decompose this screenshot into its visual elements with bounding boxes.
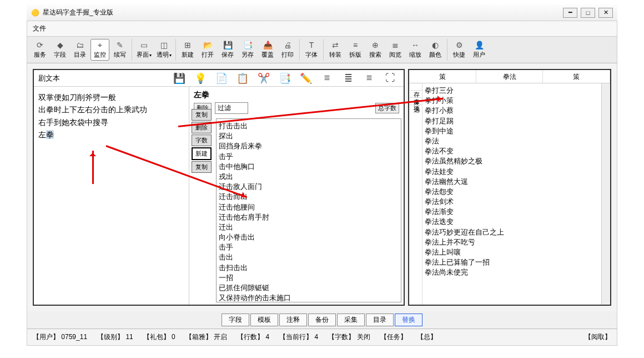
phrase-item[interactable]: 拳打三分 [425, 86, 599, 96]
phrase-item[interactable]: 拳法上已算输了一招 [425, 257, 599, 267]
phrase-item[interactable]: 拳法 [425, 136, 599, 146]
toolbar-覆盖[interactable]: 📥覆盖 [258, 39, 277, 61]
toolbar-另存[interactable]: 📑另存 [238, 39, 257, 61]
context-item[interactable]: 探出 [219, 131, 399, 141]
toolbar-快捷[interactable]: ⚙快捷 [450, 39, 469, 61]
bottom-tab-注释[interactable]: 注释 [279, 314, 307, 326]
text-editor[interactable]: 双掌便如刀削斧劈一般出拳时上下左右分击的上乘武功右手到她衣袋中搜寻左拳 [34, 87, 189, 305]
context-item[interactable]: 又保持动作的击未施口 [219, 293, 399, 302]
maximize-button[interactable]: □ [581, 8, 595, 18]
page-icon[interactable]: 📄 [213, 71, 230, 86]
close-button[interactable]: ✕ [598, 8, 613, 18]
toolbar-续写[interactable]: ✎续写 [110, 39, 129, 61]
copy-icon[interactable]: 📑 [276, 71, 294, 86]
toolbar-新建[interactable]: ⊞新建 [178, 39, 197, 61]
vtab-搜文库[interactable]: 搜文库 [409, 91, 422, 98]
phrase-item[interactable]: 拳法迭变 [425, 217, 599, 227]
context-item[interactable]: 回挡身后来拳 [219, 141, 399, 151]
ctx-side-删除[interactable]: 删除 [192, 122, 212, 133]
right-head-2[interactable]: 拳法 [476, 70, 544, 83]
align-center-icon[interactable]: ≣ [339, 71, 357, 86]
context-item[interactable]: 迁出 [219, 222, 399, 232]
context-item[interactable]: 向小脊击出 [219, 232, 399, 242]
phrase-item[interactable]: 拳到中途 [425, 126, 599, 136]
bulb-icon[interactable]: 💡 [192, 71, 209, 86]
toolbar-字体[interactable]: T字体 [302, 39, 321, 61]
context-item[interactable]: 击扫击出 [219, 263, 399, 273]
vtab-存[interactable]: 存 [409, 83, 422, 91]
phrase-item[interactable]: 拳法上叫嚷 [425, 247, 599, 257]
phrase-item[interactable]: 拳法剑术 [425, 197, 599, 207]
clipboard-icon[interactable]: 📋 [234, 71, 251, 86]
toolbar-搜索[interactable]: ⊕搜索 [366, 39, 385, 61]
phrase-item[interactable]: 拳法尚未使完 [425, 267, 599, 277]
ctx-side-复制[interactable]: 复制 [192, 161, 212, 173]
vtab-选项[interactable]: 选项 [409, 98, 422, 105]
context-item[interactable]: 击乎 [219, 152, 399, 162]
bottom-tab-采集[interactable]: 采集 [337, 314, 365, 326]
toolbar-转装[interactable]: ⇄转装 [326, 39, 345, 61]
toolbar-服务[interactable]: ⟳服务 [31, 39, 49, 61]
toolbar-监控[interactable]: ⌖监控 [90, 39, 109, 61]
phrase-item[interactable]: 拳打小蔡 [425, 106, 599, 116]
context-item[interactable]: 一招 [219, 273, 399, 283]
phrase-item[interactable]: 拳法巧妙更迢在自己之上 [425, 227, 599, 237]
toolbar-字段[interactable]: ◆字段 [51, 39, 69, 61]
bottom-tab-字段[interactable]: 字段 [222, 314, 249, 326]
toolbar-打印[interactable]: 🖨打印 [278, 39, 297, 61]
align-left-icon[interactable]: ≡ [318, 71, 336, 86]
toolbar-阅览[interactable]: ≣阅览 [386, 39, 405, 61]
scrollbar[interactable] [601, 83, 610, 305]
toolbar-label: 阅览 [389, 51, 401, 59]
phrase-item[interactable]: 拳法虽然精妙之极 [425, 156, 599, 166]
right-head-1[interactable]: 策 [409, 70, 476, 83]
save-icon[interactable]: 💾 [170, 71, 188, 86]
toolbar-界面[interactable]: ▭界面▾ [134, 39, 153, 61]
ctx-side-复制[interactable]: 复制 [192, 109, 212, 121]
right-head-3[interactable]: 策 [543, 70, 610, 83]
context-item[interactable]: 击手 [219, 242, 399, 252]
word-count-button[interactable]: 总字数 [375, 103, 399, 113]
bottom-tab-模板[interactable]: 模板 [250, 314, 278, 326]
toolbar-用户[interactable]: 👤用户 [470, 39, 489, 61]
bottom-tab-备份[interactable]: 备份 [308, 314, 336, 326]
context-item[interactable]: 击中他胸口 [219, 162, 399, 172]
phrase-item[interactable]: 拳法娃变 [425, 167, 599, 177]
bottom-tab-替换[interactable]: 替换 [395, 314, 422, 326]
context-item[interactable]: 已抓住伺隙铤铤 [219, 283, 399, 293]
cut-icon[interactable]: ✂️ [255, 71, 273, 86]
context-item[interactable]: 戎出 [219, 172, 399, 182]
context-item[interactable]: 打击击出 [219, 121, 399, 131]
context-item[interactable]: 迁击而出 [219, 192, 399, 202]
toolbar-目录[interactable]: 🗂目录 [71, 39, 89, 61]
toolbar-颜色[interactable]: ◐颜色 [426, 39, 445, 61]
phrase-item[interactable]: 拳法渐变 [425, 207, 599, 217]
edit-icon[interactable]: ✏️ [297, 71, 315, 86]
phrase-item[interactable]: 拳打足踢 [425, 116, 599, 126]
phrase-item[interactable]: 拳法幽然大逞 [425, 177, 599, 187]
toolbar-保存[interactable]: 💾保存 [218, 39, 237, 61]
phrase-item[interactable]: 拳打小策 [425, 96, 599, 106]
toolbar-打开[interactable]: 📂打开 [198, 39, 217, 61]
fullscreen-icon[interactable]: ⛶ [381, 71, 399, 86]
ctx-filter-input[interactable]: 过滤 [215, 102, 248, 114]
phrase-item[interactable]: 拳法怨变 [425, 187, 599, 197]
bottom-tab-目录[interactable]: 目录 [366, 314, 394, 326]
phrase-list[interactable]: 拳打三分拳打小策拳打小蔡拳打足踢拳到中途拳法拳法不变拳法虽然精妙之极拳法娃变拳法… [422, 83, 601, 305]
align-right-icon[interactable]: ≡ [360, 71, 378, 86]
context-item[interactable]: 迁击他右肩手肘 [219, 212, 399, 222]
menu-file[interactable]: 文件 [33, 24, 46, 33]
phrase-item[interactable]: 拳法不变 [425, 146, 599, 156]
context-item[interactable]: 迁击他腰间 [219, 202, 399, 212]
toolbar-拆版[interactable]: ≡拆版 [346, 39, 365, 61]
context-item[interactable]: 击出 [219, 252, 399, 262]
phrase-item[interactable]: 拳法上并不吃亏 [425, 237, 599, 247]
minimize-button[interactable]: ━ [563, 8, 577, 18]
context-list[interactable]: 打击击出探出回挡身后来拳击乎击中他胸口戎出迁击敌人面门迁击而出迁击他腰间迁击他右… [216, 118, 401, 302]
ctx-side-字数[interactable]: 字数 [192, 135, 212, 146]
toolbar-透明[interactable]: ◫透明▾ [154, 39, 173, 61]
toolbar-缩放[interactable]: ↔缩放 [406, 39, 425, 61]
status-chars-value: 关闭 [357, 333, 370, 341]
context-item[interactable]: 迁击敌人面门 [219, 182, 399, 192]
ctx-side-新建[interactable]: 新建 [192, 147, 212, 160]
